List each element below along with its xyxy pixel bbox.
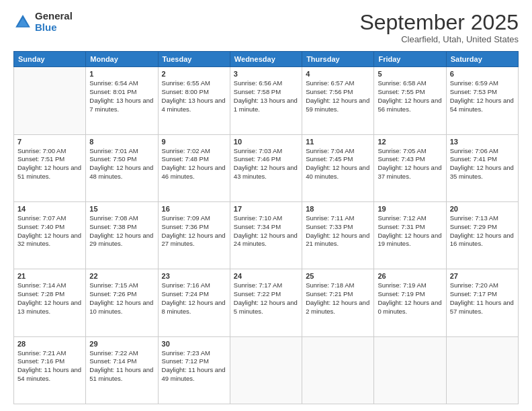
table-row: 11Sunrise: 7:04 AMSunset: 7:45 PMDayligh… (302, 134, 374, 201)
table-row: 20Sunrise: 7:13 AMSunset: 7:29 PMDayligh… (446, 201, 518, 269)
day-number: 10 (234, 138, 298, 146)
table-row: 14Sunrise: 7:07 AMSunset: 7:40 PMDayligh… (14, 201, 86, 269)
calendar-week-row: 14Sunrise: 7:07 AMSunset: 7:40 PMDayligh… (14, 201, 519, 269)
table-row: 27Sunrise: 7:20 AMSunset: 7:17 PMDayligh… (446, 269, 518, 336)
table-row: 28Sunrise: 7:21 AMSunset: 7:16 PMDayligh… (14, 336, 86, 404)
table-row: 15Sunrise: 7:08 AMSunset: 7:38 PMDayligh… (86, 201, 158, 269)
day-number: 20 (450, 205, 515, 213)
table-row: 29Sunrise: 7:22 AMSunset: 7:14 PMDayligh… (86, 336, 158, 404)
day-info: Sunrise: 6:55 AMSunset: 8:00 PMDaylight:… (162, 79, 226, 113)
day-number: 11 (306, 138, 370, 146)
calendar-week-row: 7Sunrise: 7:00 AMSunset: 7:51 PMDaylight… (14, 134, 519, 201)
table-row: 12Sunrise: 7:05 AMSunset: 7:43 PMDayligh… (374, 134, 446, 201)
table-row (374, 336, 446, 404)
table-row: 24Sunrise: 7:17 AMSunset: 7:22 PMDayligh… (230, 269, 302, 336)
day-info: Sunrise: 7:04 AMSunset: 7:45 PMDaylight:… (306, 147, 370, 181)
day-number: 26 (378, 272, 442, 280)
day-info: Sunrise: 7:18 AMSunset: 7:21 PMDaylight:… (306, 281, 370, 316)
table-row: 17Sunrise: 7:10 AMSunset: 7:34 PMDayligh… (230, 201, 302, 269)
day-number: 12 (378, 138, 442, 146)
day-info: Sunrise: 7:10 AMSunset: 7:34 PMDaylight:… (234, 214, 298, 248)
col-sunday: Sunday (14, 52, 86, 67)
day-info: Sunrise: 7:21 AMSunset: 7:16 PMDaylight:… (17, 349, 82, 383)
day-number: 4 (306, 70, 370, 78)
day-info: Sunrise: 7:15 AMSunset: 7:26 PMDaylight:… (89, 281, 154, 316)
logo-blue-text: Blue (35, 22, 73, 34)
day-info: Sunrise: 6:57 AMSunset: 7:56 PMDaylight:… (306, 79, 370, 113)
day-info: Sunrise: 7:19 AMSunset: 7:19 PMDaylight:… (378, 281, 442, 316)
table-row: 18Sunrise: 7:11 AMSunset: 7:33 PMDayligh… (302, 201, 374, 269)
day-info: Sunrise: 7:08 AMSunset: 7:38 PMDaylight:… (89, 214, 154, 248)
day-number: 9 (162, 138, 226, 146)
table-row: 25Sunrise: 7:18 AMSunset: 7:21 PMDayligh… (302, 269, 374, 336)
table-row: 3Sunrise: 6:56 AMSunset: 7:58 PMDaylight… (230, 67, 302, 134)
day-info: Sunrise: 7:13 AMSunset: 7:29 PMDaylight:… (450, 214, 515, 248)
logo-text: General Blue (35, 11, 73, 33)
col-wednesday: Wednesday (230, 52, 302, 67)
header: General Blue September 2025 Clearfield, … (13, 11, 519, 44)
day-info: Sunrise: 7:00 AMSunset: 7:51 PMDaylight:… (17, 147, 82, 181)
day-number: 15 (89, 205, 154, 213)
table-row: 19Sunrise: 7:12 AMSunset: 7:31 PMDayligh… (374, 201, 446, 269)
calendar-week-row: 28Sunrise: 7:21 AMSunset: 7:16 PMDayligh… (14, 336, 519, 404)
table-row: 23Sunrise: 7:16 AMSunset: 7:24 PMDayligh… (158, 269, 230, 336)
day-info: Sunrise: 7:17 AMSunset: 7:22 PMDaylight:… (234, 281, 298, 316)
day-info: Sunrise: 7:11 AMSunset: 7:33 PMDaylight:… (306, 214, 370, 248)
col-monday: Monday (86, 52, 158, 67)
calendar-week-row: 1Sunrise: 6:54 AMSunset: 8:01 PMDaylight… (14, 67, 519, 134)
day-info: Sunrise: 7:09 AMSunset: 7:36 PMDaylight:… (162, 214, 226, 248)
table-row: 30Sunrise: 7:23 AMSunset: 7:12 PMDayligh… (158, 336, 230, 404)
day-info: Sunrise: 7:03 AMSunset: 7:46 PMDaylight:… (234, 147, 298, 181)
day-number: 6 (450, 70, 515, 78)
day-info: Sunrise: 7:14 AMSunset: 7:28 PMDaylight:… (17, 281, 82, 316)
day-number: 30 (162, 340, 226, 348)
day-number: 29 (89, 340, 154, 348)
table-row: 22Sunrise: 7:15 AMSunset: 7:26 PMDayligh… (86, 269, 158, 336)
col-tuesday: Tuesday (158, 52, 230, 67)
day-info: Sunrise: 7:12 AMSunset: 7:31 PMDaylight:… (378, 214, 442, 248)
day-number: 16 (162, 205, 226, 213)
logo-icon (13, 13, 32, 32)
day-number: 17 (234, 205, 298, 213)
main-title: September 2025 (359, 11, 519, 34)
day-number: 28 (17, 340, 82, 348)
logo: General Blue (13, 11, 73, 33)
calendar-header-row: Sunday Monday Tuesday Wednesday Thursday… (14, 52, 519, 67)
day-number: 5 (378, 70, 442, 78)
col-thursday: Thursday (302, 52, 374, 67)
table-row: 5Sunrise: 6:58 AMSunset: 7:55 PMDaylight… (374, 67, 446, 134)
day-info: Sunrise: 7:01 AMSunset: 7:50 PMDaylight:… (89, 147, 154, 181)
table-row: 1Sunrise: 6:54 AMSunset: 8:01 PMDaylight… (86, 67, 158, 134)
table-row: 16Sunrise: 7:09 AMSunset: 7:36 PMDayligh… (158, 201, 230, 269)
table-row: 10Sunrise: 7:03 AMSunset: 7:46 PMDayligh… (230, 134, 302, 201)
day-info: Sunrise: 6:59 AMSunset: 7:53 PMDaylight:… (450, 79, 515, 113)
table-row: 2Sunrise: 6:55 AMSunset: 8:00 PMDaylight… (158, 67, 230, 134)
day-number: 18 (306, 205, 370, 213)
calendar-table: Sunday Monday Tuesday Wednesday Thursday… (13, 51, 519, 404)
page: General Blue September 2025 Clearfield, … (0, 0, 532, 411)
col-saturday: Saturday (446, 52, 518, 67)
table-row: 6Sunrise: 6:59 AMSunset: 7:53 PMDaylight… (446, 67, 518, 134)
table-row: 21Sunrise: 7:14 AMSunset: 7:28 PMDayligh… (14, 269, 86, 336)
day-number: 25 (306, 272, 370, 280)
day-info: Sunrise: 7:07 AMSunset: 7:40 PMDaylight:… (17, 214, 82, 248)
day-info: Sunrise: 7:05 AMSunset: 7:43 PMDaylight:… (378, 147, 442, 181)
day-number: 3 (234, 70, 298, 78)
table-row (230, 336, 302, 404)
day-info: Sunrise: 6:56 AMSunset: 7:58 PMDaylight:… (234, 79, 298, 113)
day-number: 27 (450, 272, 515, 280)
title-block: September 2025 Clearfield, Utah, United … (359, 11, 519, 44)
col-friday: Friday (374, 52, 446, 67)
day-number: 19 (378, 205, 442, 213)
table-row (302, 336, 374, 404)
logo-general-text: General (35, 11, 73, 22)
table-row: 4Sunrise: 6:57 AMSunset: 7:56 PMDaylight… (302, 67, 374, 134)
subtitle: Clearfield, Utah, United States (359, 34, 519, 44)
day-info: Sunrise: 7:22 AMSunset: 7:14 PMDaylight:… (89, 349, 154, 383)
day-number: 23 (162, 272, 226, 280)
day-number: 21 (17, 272, 82, 280)
calendar-week-row: 21Sunrise: 7:14 AMSunset: 7:28 PMDayligh… (14, 269, 519, 336)
day-number: 2 (162, 70, 226, 78)
day-info: Sunrise: 7:23 AMSunset: 7:12 PMDaylight:… (162, 349, 226, 383)
table-row: 26Sunrise: 7:19 AMSunset: 7:19 PMDayligh… (374, 269, 446, 336)
